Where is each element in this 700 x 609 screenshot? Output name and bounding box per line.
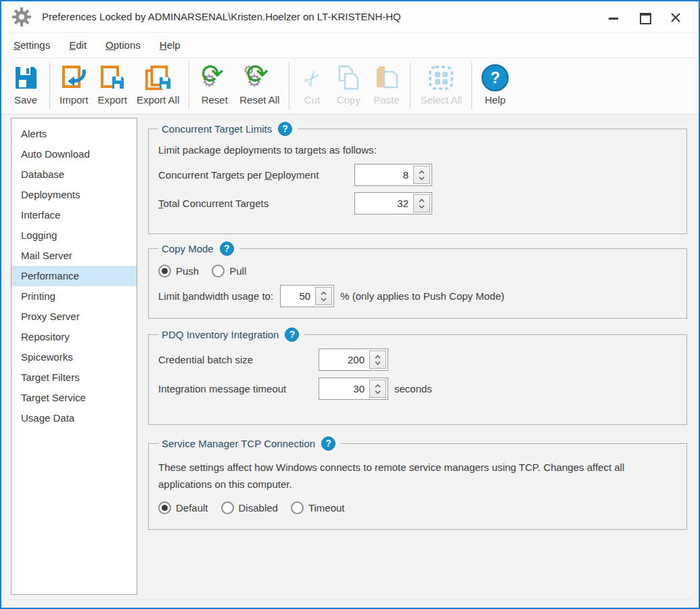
disabled-radio[interactable] — [221, 501, 234, 514]
timeout-radio[interactable] — [291, 501, 304, 514]
toolbar-separator — [289, 62, 289, 110]
default-radio-label: Default — [176, 502, 208, 514]
help-badge-icon[interactable]: ? — [285, 328, 299, 342]
sidebar-item-target-filters[interactable]: Target Filters — [11, 367, 137, 388]
save-icon — [11, 64, 40, 91]
menu-options[interactable]: Options — [106, 39, 141, 51]
spinner-button[interactable] — [413, 194, 430, 212]
gear-app-icon — [11, 6, 32, 28]
toolbar-separator — [471, 62, 472, 110]
credential-batch-size-input[interactable] — [319, 354, 369, 365]
group-pdq-inventory-integration: PDQ Inventory Integration ? Credential b… — [148, 328, 687, 425]
spinner-button[interactable] — [369, 351, 386, 369]
window-title: Preferences Locked by ADMINARSENAL\Krist… — [42, 11, 608, 22]
paste-button: Paste — [367, 58, 405, 114]
menu-help[interactable]: Help — [160, 39, 181, 51]
help-badge-icon[interactable]: ? — [220, 242, 234, 256]
bandwidth-spinner — [280, 285, 334, 307]
group-copy-mode: Copy Mode ? Push Pull Limit bandwidth us… — [148, 242, 687, 319]
group-title-pdq-inventory-integration: PDQ Inventory Integration ? — [158, 328, 304, 342]
reset-all-icon: ⚙⚙⟳ — [244, 63, 275, 93]
spinner-button[interactable] — [369, 380, 386, 398]
select-all-icon — [427, 64, 455, 91]
export-icon — [98, 64, 126, 91]
maximize-button[interactable] — [639, 12, 650, 22]
credential-batch-size-label: Credential batch size — [158, 354, 319, 365]
minimize-button[interactable] — [608, 12, 619, 22]
sidebar-item-alerts[interactable]: Alerts — [11, 124, 137, 144]
select-all-button: Select All — [415, 58, 467, 114]
copy-button: Copy — [329, 58, 367, 114]
menu-settings[interactable]: Settings — [14, 39, 50, 51]
menu-edit[interactable]: Edit — [69, 39, 87, 51]
preferences-window: Preferences Locked by ADMINARSENAL\Krist… — [0, 0, 700, 609]
bandwidth-suffix-text: % (only applies to Push Copy Mode) — [340, 290, 505, 302]
chevron-down-icon — [418, 176, 425, 181]
export-button[interactable]: Export — [93, 58, 132, 114]
pull-radio-label: Pull — [229, 265, 246, 277]
toolbar-separator — [189, 62, 189, 110]
sidebar-item-proxy-server[interactable]: Proxy Server — [11, 307, 137, 327]
chevron-up-icon — [320, 291, 327, 296]
save-button[interactable]: Save — [7, 58, 45, 114]
reset-icon: ⚙⟳ — [199, 63, 230, 93]
push-radio-label: Push — [176, 265, 199, 277]
performance-settings-panel: Concurrent Target Limits ? Limit package… — [148, 122, 687, 537]
toolbar: Save Import Export — [1, 58, 699, 114]
integration-message-timeout-label: Integration message timeout — [158, 383, 319, 394]
spinner-button[interactable] — [413, 166, 430, 184]
bandwidth-input[interactable] — [281, 290, 315, 302]
export-all-icon — [144, 64, 172, 91]
sidebar-item-performance[interactable]: Performance — [11, 266, 137, 286]
push-radio[interactable] — [158, 265, 171, 277]
footer-divider — [8, 600, 692, 600]
group-concurrent-target-limits: Concurrent Target Limits ? Limit package… — [148, 122, 687, 234]
paste-icon — [372, 64, 400, 91]
group-title-copy-mode: Copy Mode ? — [158, 242, 239, 256]
toolbar-separator — [410, 62, 411, 110]
total-concurrent-targets-spinner — [354, 192, 432, 215]
chevron-down-icon — [374, 390, 381, 394]
chevron-down-icon — [418, 204, 425, 209]
chevron-up-icon — [374, 384, 381, 388]
sidebar-item-usage-data[interactable]: Usage Data — [11, 408, 137, 428]
limit-bandwidth-label: Limit bandwidth usage to: — [158, 290, 273, 302]
sidebar-item-logging[interactable]: Logging — [11, 225, 137, 246]
timeout-radio-label: Timeout — [308, 502, 345, 514]
pull-radio[interactable] — [212, 265, 225, 277]
export-all-button[interactable]: Export All — [132, 58, 184, 114]
import-button[interactable]: Import — [55, 58, 93, 114]
disabled-radio-label: Disabled — [239, 502, 278, 514]
sidebar-item-spiceworks[interactable]: Spiceworks — [11, 347, 137, 367]
integration-message-timeout-input[interactable] — [319, 383, 369, 394]
spinner-button[interactable] — [315, 287, 332, 305]
cut-button: ✂ Cut — [294, 58, 329, 114]
total-concurrent-targets-input[interactable] — [355, 198, 413, 209]
timeout-suffix-text: seconds — [394, 383, 432, 394]
chevron-up-icon — [418, 170, 425, 175]
integration-message-timeout-spinner — [319, 378, 388, 400]
chevron-up-icon — [374, 355, 381, 359]
title-bar: Preferences Locked by ADMINARSENAL\Krist… — [1, 1, 699, 32]
concurrent-targets-per-deployment-input[interactable] — [355, 169, 413, 181]
sidebar-item-printing[interactable]: Printing — [11, 286, 137, 307]
sidebar-item-auto-download[interactable]: Auto Download — [11, 144, 137, 164]
help-button[interactable]: ? Help — [477, 58, 513, 114]
close-button[interactable] — [670, 12, 681, 22]
sidebar-item-interface[interactable]: Interface — [11, 205, 137, 225]
preferences-category-list: Alerts Auto Download Database Deployment… — [11, 118, 137, 595]
reset-button[interactable]: ⚙⟳ Reset — [194, 58, 235, 114]
total-concurrent-targets-label: Total Concurrent Targets — [158, 198, 354, 209]
help-badge-icon[interactable]: ? — [278, 122, 292, 136]
sidebar-item-mail-server[interactable]: Mail Server — [11, 246, 137, 266]
reset-all-button[interactable]: ⚙⚙⟳ Reset All — [235, 58, 284, 114]
tcp-description-text: These settings affect how Windows connec… — [158, 459, 677, 493]
sidebar-item-repository[interactable]: Repository — [11, 327, 137, 347]
sidebar-item-target-service[interactable]: Target Service — [11, 388, 137, 408]
default-radio[interactable] — [158, 501, 171, 514]
chevron-down-icon — [320, 297, 327, 302]
group-title-service-manager-tcp: Service Manager TCP Connection ? — [158, 436, 341, 451]
help-badge-icon[interactable]: ? — [321, 436, 335, 451]
sidebar-item-deployments[interactable]: Deployments — [11, 185, 137, 205]
sidebar-item-database[interactable]: Database — [11, 164, 137, 185]
